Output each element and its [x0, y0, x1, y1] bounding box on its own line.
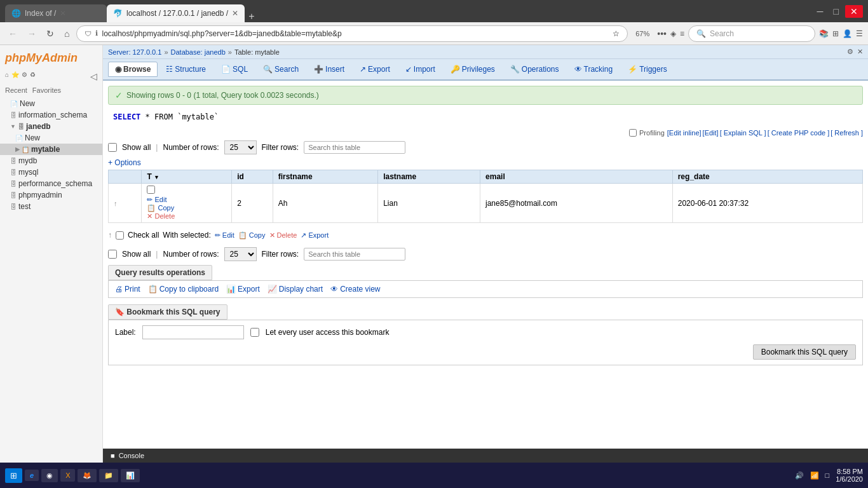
- edit-link[interactable]: [Edit]: [703, 129, 719, 137]
- sidebar-reload-icon[interactable]: ♻: [30, 71, 36, 81]
- tab-phpmyadmin[interactable]: 🐬 localhost / 127.0.0.1 / janedb / ✕: [107, 4, 245, 22]
- sidebar-star-icon[interactable]: ⭐: [11, 71, 19, 81]
- menu-icon[interactable]: ☰: [856, 29, 863, 38]
- query-results-operations-header[interactable]: Query results operations: [108, 265, 212, 280]
- col-header-T[interactable]: T ▼: [142, 170, 232, 184]
- taskbar-item-chrome[interactable]: ◉: [41, 469, 58, 482]
- taskbar-show-desktop[interactable]: □: [825, 471, 830, 479]
- pocket-icon[interactable]: ◈: [670, 29, 676, 38]
- sidebar-item-mytable[interactable]: ▶ 📋 mytable: [0, 144, 102, 155]
- show-all-checkbox-bottom[interactable]: [108, 250, 117, 259]
- taskbar-tray-sound[interactable]: 🔊: [795, 471, 804, 480]
- sidebar-settings-icon[interactable]: ⚙: [22, 71, 27, 81]
- with-selected-edit-button[interactable]: ✏ Edit: [215, 231, 234, 240]
- tab-search[interactable]: 🔍 Search: [256, 62, 306, 77]
- edit-inline-link[interactable]: [Edit inline]: [667, 129, 702, 137]
- rows-select-bottom[interactable]: 2550100: [224, 247, 257, 261]
- add-tab-button[interactable]: +: [245, 11, 258, 22]
- rows-select-top[interactable]: 2550100: [224, 140, 257, 154]
- tab-operations[interactable]: 🔧 Operations: [503, 62, 566, 77]
- more-menu-button[interactable]: •••: [657, 29, 667, 39]
- taskbar-item-app[interactable]: 📊: [121, 469, 140, 482]
- create-view-link[interactable]: 👁 Create view: [330, 285, 380, 294]
- favorites-link[interactable]: Favorites: [32, 86, 61, 94]
- sidebar-item-test[interactable]: 🗄 test: [0, 201, 102, 212]
- tab-close-1[interactable]: ✕: [60, 9, 66, 18]
- taskbar-tray-network[interactable]: 📶: [810, 471, 819, 480]
- taskbar-item-ie[interactable]: e: [25, 470, 39, 481]
- close-button[interactable]: ✕: [845, 5, 863, 18]
- user-icon[interactable]: 👤: [843, 29, 852, 38]
- taskbar-item-xampp[interactable]: X: [60, 469, 75, 482]
- sidebar-item-janedb-new[interactable]: 📄 New: [0, 132, 102, 144]
- check-all-checkbox[interactable]: [116, 231, 124, 240]
- sidebar-item-janedb[interactable]: ▼ 🗄 janedb: [0, 121, 102, 132]
- bookmark-submit-button[interactable]: Bookmark this SQL query: [753, 344, 856, 360]
- with-selected-copy-button[interactable]: 📋 Copy: [238, 231, 266, 240]
- reload-button[interactable]: ↻: [43, 27, 57, 41]
- start-button[interactable]: ⊞: [5, 468, 22, 483]
- taskbar-item-files[interactable]: 📁: [99, 469, 118, 482]
- address-bar[interactable]: 🛡 ℹ localhost/phpmyadmin/sql.php?server=…: [76, 25, 628, 42]
- sidebar-icon[interactable]: ⊞: [832, 29, 839, 38]
- forward-button[interactable]: →: [24, 27, 39, 41]
- home-button[interactable]: ⌂: [61, 27, 72, 41]
- col-header-email[interactable]: email: [480, 170, 673, 184]
- reader-icon[interactable]: ≡: [680, 29, 684, 38]
- sidebar-item-information-schema[interactable]: 🗄 information_schema: [0, 109, 102, 121]
- breadcrumb-settings-icon[interactable]: ⚙: [847, 48, 853, 56]
- bookmark-every-user-checkbox[interactable]: [250, 328, 259, 337]
- sidebar-item-mysql[interactable]: 🗄 mysql: [0, 166, 102, 178]
- row-copy-link[interactable]: 📋 Copy: [147, 204, 226, 212]
- breadcrumb-close-icon[interactable]: ✕: [857, 48, 863, 56]
- breadcrumb-server[interactable]: Server: 127.0.0.1: [108, 48, 161, 56]
- tab-index[interactable]: 🌐 Index of / ✕: [5, 4, 107, 22]
- col-header-reg-date[interactable]: reg_date: [672, 170, 862, 184]
- minimize-button[interactable]: ─: [813, 5, 827, 18]
- profiling-checkbox[interactable]: [629, 129, 637, 137]
- filter-input-bottom[interactable]: [304, 248, 405, 261]
- breadcrumb-database[interactable]: Database: janedb: [171, 48, 226, 56]
- console-bar[interactable]: ■ Console: [103, 449, 868, 463]
- tab-privileges[interactable]: 🔑 Privileges: [444, 62, 502, 77]
- maximize-button[interactable]: □: [830, 5, 843, 18]
- tab-triggers[interactable]: ⚡ Triggers: [621, 62, 674, 77]
- explain-sql-link[interactable]: [ Explain SQL ]: [720, 129, 766, 137]
- back-button[interactable]: ←: [5, 27, 20, 41]
- with-selected-delete-button[interactable]: ✕ Delete: [269, 231, 297, 240]
- tab-browse[interactable]: ◉ Browse: [108, 62, 158, 77]
- tab-close-2[interactable]: ✕: [232, 9, 238, 18]
- taskbar-item-firefox[interactable]: 🦊: [78, 469, 97, 482]
- row-delete-link[interactable]: ✕ Delete: [147, 212, 226, 220]
- print-link[interactable]: 🖨 Print: [115, 285, 140, 294]
- tab-sql[interactable]: 📄 SQL: [214, 62, 255, 77]
- recent-link[interactable]: Recent: [5, 86, 27, 94]
- sidebar-item-new[interactable]: 📄 New: [0, 98, 102, 109]
- sidebar-collapse-icon[interactable]: ◁: [90, 71, 97, 81]
- show-all-checkbox-top[interactable]: [108, 143, 117, 152]
- tab-export[interactable]: ↗ Export: [353, 62, 397, 77]
- tab-insert[interactable]: ➕ Insert: [307, 62, 351, 77]
- bookmark-header[interactable]: 🔖 Bookmark this SQL query: [108, 304, 227, 320]
- col-header-firstname[interactable]: firstname: [273, 170, 378, 184]
- create-php-link[interactable]: [ Create PHP code ]: [768, 129, 830, 137]
- tab-tracking[interactable]: 👁 Tracking: [567, 62, 620, 77]
- bookmark-label-input[interactable]: [142, 325, 244, 339]
- filter-input-top[interactable]: [304, 141, 405, 154]
- tab-import[interactable]: ↙ Import: [398, 62, 442, 77]
- export-link[interactable]: 📊 Export: [226, 285, 260, 294]
- tab-structure[interactable]: ☷ Structure: [159, 62, 213, 77]
- refresh-link[interactable]: [ Refresh ]: [831, 129, 863, 137]
- sidebar-item-mydb[interactable]: 🗄 mydb: [0, 155, 102, 166]
- copy-clipboard-link[interactable]: 📋 Copy to clipboard: [148, 285, 219, 294]
- col-header-lastname[interactable]: lastname: [378, 170, 480, 184]
- sidebar-item-phpmyadmin[interactable]: 🗄 phpmyadmin: [0, 189, 102, 201]
- options-link[interactable]: + Options: [108, 158, 141, 167]
- display-chart-link[interactable]: 📈 Display chart: [268, 285, 323, 294]
- library-icon[interactable]: 📚: [819, 29, 829, 38]
- with-selected-export-button[interactable]: ↗ Export: [301, 231, 329, 240]
- sidebar-home-icon[interactable]: ⌂: [5, 71, 9, 81]
- row-checkbox[interactable]: [147, 186, 155, 194]
- sidebar-item-performance-schema[interactable]: 🗄 performance_schema: [0, 178, 102, 189]
- row-edit-link[interactable]: ✏ Edit: [147, 196, 226, 204]
